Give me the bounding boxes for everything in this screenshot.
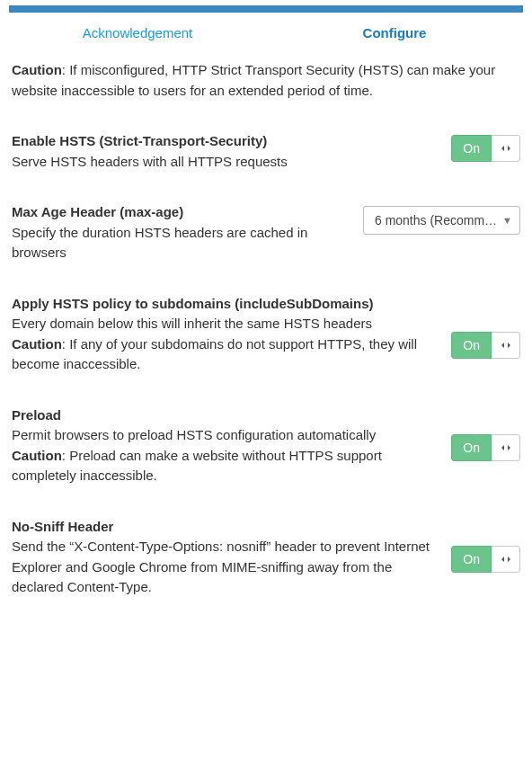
setting-control: On xyxy=(451,405,520,461)
setting-title: Max Age Header (max-age) xyxy=(12,202,345,223)
setting-text: Preload Permit browsers to preload HSTS … xyxy=(12,405,451,486)
setting-text: Apply HSTS policy to subdomains (include… xyxy=(12,294,451,375)
toggle-handle-icon xyxy=(492,546,520,573)
setting-enable-hsts: Enable HSTS (Strict-Transport-Security) … xyxy=(12,101,520,172)
toggle-on-label: On xyxy=(451,434,492,461)
enable-hsts-toggle[interactable]: On xyxy=(451,135,520,162)
setting-title: Preload xyxy=(12,405,433,426)
tab-bar: Acknowledgement Configure xyxy=(9,13,523,53)
toggle-on-label: On xyxy=(451,135,492,162)
setting-control: On xyxy=(451,131,520,162)
caution-label: Caution xyxy=(12,448,62,463)
setting-title: Apply HSTS policy to subdomains (include… xyxy=(12,294,433,315)
preload-toggle[interactable]: On xyxy=(451,434,520,461)
chevron-down-icon: ▼ xyxy=(502,215,512,226)
tab-configure[interactable]: Configure xyxy=(266,13,523,53)
setting-preload: Preload Permit browsers to preload HSTS … xyxy=(12,375,520,486)
setting-text: No-Sniff Header Send the “X-Content-Type… xyxy=(12,517,451,598)
max-age-select[interactable]: 6 months (Recomm… ▼ xyxy=(363,206,520,235)
caution-text: : Preload can make a website without HTT… xyxy=(12,448,382,484)
subdomains-toggle[interactable]: On xyxy=(451,332,520,359)
nosniff-toggle[interactable]: On xyxy=(451,546,520,573)
toggle-handle-icon xyxy=(492,135,520,162)
setting-caution: Caution: If any of your subdomains do no… xyxy=(12,334,433,375)
setting-text: Enable HSTS (Strict-Transport-Security) … xyxy=(12,131,451,172)
setting-desc: Specify the duration HSTS headers are ca… xyxy=(12,223,345,263)
setting-title: No-Sniff Header xyxy=(12,517,433,538)
caution-text: : If misconfigured, HTTP Strict Transpor… xyxy=(12,62,495,98)
setting-control: On xyxy=(451,294,520,359)
setting-text: Max Age Header (max-age) Specify the dur… xyxy=(12,202,363,263)
toggle-handle-icon xyxy=(492,434,520,461)
setting-title: Enable HSTS (Strict-Transport-Security) xyxy=(12,131,433,152)
caution-label: Caution xyxy=(12,336,62,352)
caution-text: : If any of your subdomains do not suppo… xyxy=(12,336,417,372)
setting-desc: Send the “X-Content-Type-Options: nosnif… xyxy=(12,537,433,598)
setting-desc: Every domain below this will inherit the… xyxy=(12,314,433,334)
header-bar xyxy=(9,5,523,13)
setting-desc: Serve HSTS headers with all HTTPS reques… xyxy=(12,152,433,173)
top-caution: Caution: If misconfigured, HTTP Strict T… xyxy=(12,60,520,101)
setting-desc: Permit browsers to preload HSTS configur… xyxy=(12,425,433,446)
setting-control: On xyxy=(451,517,520,573)
toggle-on-label: On xyxy=(451,546,492,573)
tab-acknowledgement[interactable]: Acknowledgement xyxy=(9,13,266,53)
toggle-handle-icon xyxy=(492,332,520,359)
setting-caution: Caution: Preload can make a website with… xyxy=(12,446,433,486)
setting-control: 6 months (Recomm… ▼ xyxy=(363,202,520,235)
select-label: 6 months (Recomm… xyxy=(375,213,502,227)
settings-list: Enable HSTS (Strict-Transport-Security) … xyxy=(12,101,520,598)
caution-label: Caution xyxy=(12,62,62,77)
setting-max-age: Max Age Header (max-age) Specify the dur… xyxy=(12,172,520,263)
toggle-on-label: On xyxy=(451,332,492,359)
setting-nosniff: No-Sniff Header Send the “X-Content-Type… xyxy=(12,486,520,598)
setting-subdomains: Apply HSTS policy to subdomains (include… xyxy=(12,263,520,375)
